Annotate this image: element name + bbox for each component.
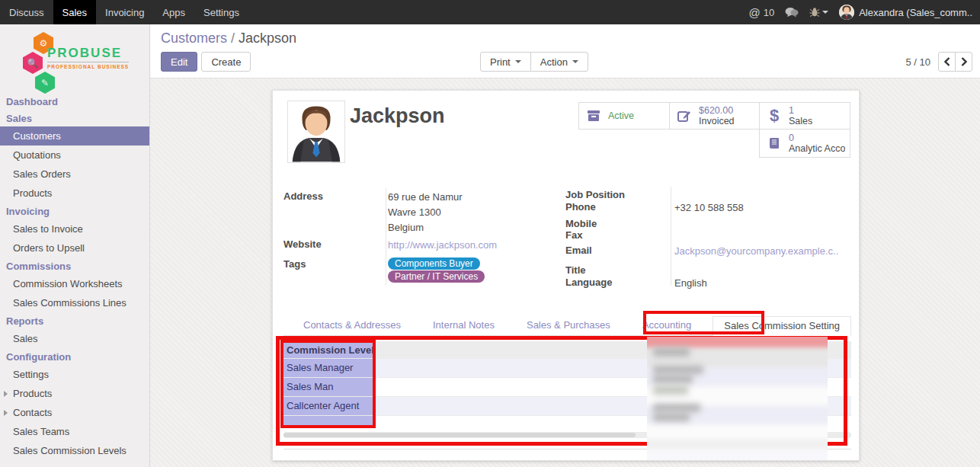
sidebar-item-customers[interactable]: Customers (0, 126, 149, 146)
nav-sales[interactable]: Sales (53, 0, 97, 24)
breadcrumb-current: Jackpson (239, 30, 296, 46)
user-avatar (839, 5, 854, 20)
nav-discuss[interactable]: Discuss (0, 0, 53, 24)
customer-photo[interactable] (287, 101, 345, 163)
tab-sales-commission-setting[interactable]: Sales Commission Setting (713, 316, 851, 336)
website-label: Website (283, 238, 322, 250)
tab-sales-purchases[interactable]: Sales & Purchases (516, 316, 621, 335)
expand-arrow-icon[interactable] (4, 391, 8, 397)
fax-label: Fax (565, 229, 582, 241)
sidebar-heading-commissions[interactable]: Commissions (0, 257, 149, 274)
sidebar-heading-invoicing[interactable]: Invoicing (0, 203, 149, 219)
sidebar-item-orders-to-upsell[interactable]: Orders to Upsell (0, 238, 149, 257)
commission-level-cell[interactable]: Sales Manager (283, 359, 375, 377)
nav-invoicing[interactable]: Invoicing (96, 0, 153, 24)
tab-internal-notes[interactable]: Internal Notes (422, 316, 505, 335)
sidebar-item-sales-to-invoice[interactable]: Sales to Invoice (0, 219, 149, 238)
pager-previous-button[interactable] (938, 52, 956, 72)
phone-value: +32 10 588 558 (674, 202, 744, 213)
nav-apps[interactable]: Apps (153, 0, 194, 24)
notebook-tabs: Contacts & Addresses Internal Notes Sale… (283, 316, 851, 336)
sidebar-item-config-products[interactable]: Products (0, 384, 149, 403)
tab-accounting[interactable]: Accounting (632, 316, 702, 335)
app-logo[interactable]: ⚙ 🔍 ✎ PROBUSE PROFESSIONAL BUSINESS (0, 24, 149, 91)
user-menu[interactable]: Alexandra (Sales_comm.. (839, 5, 972, 20)
sidebar-item-commission-worksheets[interactable]: Commission Worksheets (0, 274, 149, 293)
sidebar-item-sales-orders[interactable]: Sales Orders (0, 165, 149, 184)
table-row[interactable]: Sales Man (283, 378, 851, 397)
create-button[interactable]: Create (201, 52, 251, 72)
horizontal-scrollbar[interactable] (283, 432, 851, 438)
pager-next-button[interactable] (955, 52, 972, 72)
commission-level-cell[interactable]: Sales Man (283, 378, 375, 396)
sidebar-item-quotations[interactable]: Quotations (0, 146, 149, 165)
action-dropdown-button[interactable]: Action (530, 52, 588, 72)
stat-label: Analytic Acco... (789, 143, 845, 154)
activities-counter[interactable]: @ 10 (748, 6, 774, 19)
commission-level-header[interactable]: Commission Level (283, 341, 375, 358)
address-label: Address (283, 190, 323, 202)
email-link[interactable]: Jackpson@yourcompany.example.c.. (674, 245, 838, 257)
address-line2: Wavre 1300 (388, 206, 441, 218)
customer-form-sheet: Jackpson Active $620.00 Invoiced (272, 90, 860, 461)
archive-icon (584, 110, 604, 122)
stat-value: $620.00 (699, 105, 735, 116)
scrollbar-thumb[interactable] (283, 433, 636, 437)
table-row[interactable]: Sales Manager (283, 359, 851, 378)
sidebar-item-label: Products (13, 388, 52, 399)
stat-label: Invoiced (699, 116, 735, 126)
sidebar-heading-configuration[interactable]: Configuration (0, 348, 149, 365)
stat-value: 1 (789, 105, 812, 116)
debug-menu[interactable] (809, 7, 828, 18)
sales-stat-button[interactable]: $ 1 Sales (759, 102, 850, 130)
sidebar-heading-reports[interactable]: Reports (0, 312, 149, 329)
invoiced-stat-button[interactable]: $620.00 Invoiced (669, 102, 760, 130)
sidebar-item-products[interactable]: Products (0, 184, 149, 203)
print-dropdown-button[interactable]: Print (480, 52, 531, 72)
page-title: Jackpson (350, 104, 445, 128)
action-label: Action (540, 56, 568, 68)
top-menu-bar: Discuss Sales Invoicing Apps Settings @ … (0, 0, 980, 24)
tag-components-buyer[interactable]: Components Buyer (388, 257, 480, 270)
breadcrumb-separator: / (231, 30, 235, 46)
sidebar-item-label: Contacts (13, 407, 52, 418)
messages-icon[interactable] (785, 7, 799, 18)
main-content: Jackpson Active $620.00 Invoiced (150, 78, 980, 467)
website-link[interactable]: http://www.jackpson.com (388, 239, 497, 251)
nav-settings[interactable]: Settings (194, 0, 248, 24)
sidebar-heading-sales[interactable]: Sales (0, 110, 149, 126)
breadcrumb: Customers / Jackpson (161, 30, 296, 46)
print-label: Print (490, 56, 511, 68)
bug-icon (809, 7, 820, 18)
tags-label: Tags (283, 258, 306, 270)
tab-contacts-addresses[interactable]: Contacts & Addresses (293, 316, 412, 335)
table-header-row: Commission Level (283, 341, 851, 359)
sidebar-item-sales-teams[interactable]: Sales Teams (0, 422, 149, 441)
sidebar-heading-dashboard[interactable]: Dashboard (0, 93, 149, 110)
top-nav: Discuss Sales Invoicing Apps Settings (0, 0, 248, 24)
sidebar-menu: Dashboard Sales Customers Quotations Sal… (0, 91, 149, 460)
edit-button[interactable]: Edit (161, 52, 197, 72)
phone-label: Phone (565, 201, 596, 213)
expand-arrow-icon[interactable] (4, 410, 8, 416)
chevron-right-icon (961, 57, 967, 66)
app-window: Discuss Sales Invoicing Apps Settings @ … (0, 0, 980, 467)
active-stat-button[interactable]: Active (578, 102, 670, 130)
sidebar-item-settings[interactable]: Settings (0, 365, 149, 384)
table-bottom-border (283, 449, 851, 449)
stat-value: Active (608, 110, 634, 121)
sidebar-item-config-contacts[interactable]: Contacts (0, 403, 149, 422)
left-sidebar: ⚙ 🔍 ✎ PROBUSE PROFESSIONAL BUSINESS Dash… (0, 24, 150, 467)
sidebar-item-reports-sales[interactable]: Sales (0, 329, 149, 348)
field-group-divider (386, 188, 386, 286)
job-position-label: Job Position (565, 189, 625, 200)
breadcrumb-customers[interactable]: Customers (161, 30, 227, 46)
table-row[interactable]: Callcenter Agent (283, 397, 851, 416)
tool-hex-icon: ✎ (35, 72, 55, 94)
title-label: Title (565, 264, 586, 276)
tag-partner-it-services[interactable]: Partner / IT Services (388, 270, 485, 283)
sidebar-item-sales-commission-levels[interactable]: Sales Commission Levels (0, 441, 149, 460)
sidebar-item-sales-commissions-lines[interactable]: Sales Commissions Lines (0, 293, 149, 312)
analytic-stat-button[interactable]: 0 Analytic Acco... (759, 129, 850, 158)
commission-level-cell[interactable]: Callcenter Agent (283, 397, 375, 415)
